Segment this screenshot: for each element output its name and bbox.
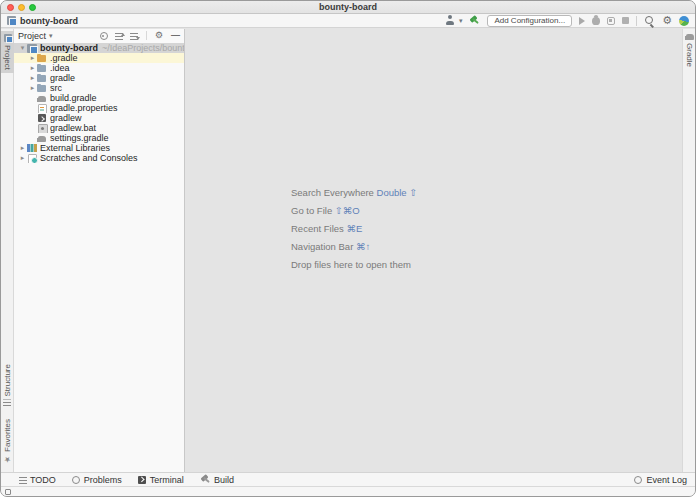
chevron-collapsed-icon[interactable]: ▸ [28,63,37,73]
locate-file-icon[interactable] [99,31,108,40]
tool-tab-todo-label: TODO [30,475,56,485]
shortcut-go-to-file: Go to File ⇧⌘O [291,202,417,220]
search-everywhere-icon[interactable] [644,15,655,26]
chevron-collapsed-icon[interactable]: ▸ [28,73,37,83]
tree-item-settings-gradle[interactable]: settings.gradle [14,133,184,143]
expand-all-icon[interactable] [115,33,123,40]
tool-tab-terminal[interactable]: Terminal [138,475,184,485]
profile-avatar-icon[interactable] [679,16,689,26]
tree-item-gradle-properties[interactable]: gradle.properties [14,103,184,113]
tree-item-label: gradlew.bat [50,123,96,133]
problems-icon [72,475,81,484]
left-tool-stripe: Project Structure ★ Favorites [1,29,14,472]
excluded-folder-icon [37,54,47,63]
hide-panel-icon[interactable]: — [171,31,180,40]
project-icon [27,44,37,53]
add-configuration-button[interactable]: Add Configuration... [487,15,572,27]
tree-item-label: gradlew [50,113,82,123]
shortcut-search-everywhere: Search Everywhere Double ⇧ [291,184,417,202]
tool-tab-gradle[interactable]: Gradle [683,31,696,70]
main-toolbar: bounty-board ▾ Add Configuration... ⚙ [1,14,695,28]
tool-tab-favorites-label: Favorites [3,419,12,452]
panel-settings-gear-icon[interactable]: ⚙ [155,31,163,40]
event-log-label: Event Log [646,475,687,485]
tree-item-external-libraries[interactable]: ▸ External Libraries [14,143,184,153]
tree-item-label: gradle [50,73,75,83]
header-separator [146,31,147,40]
window-title: bounty-board [1,1,695,14]
chevron-collapsed-icon[interactable]: ▸ [28,53,37,63]
shortcut-recent-files: Recent Files ⌘E [291,220,417,238]
tool-tab-gradle-label: Gradle [685,43,694,67]
chevron-down-icon[interactable]: ▾ [459,15,463,26]
chevron-collapsed-icon[interactable]: ▸ [18,143,27,153]
tool-tab-project[interactable]: Project [1,31,14,73]
tool-tab-problems-label: Problems [84,475,122,485]
bat-file-icon [37,124,47,133]
tool-tab-structure-label: Structure [3,364,12,396]
tree-item-scratches[interactable]: ▸ Scratches and Consoles [14,153,184,163]
tree-item-label: build.gradle [50,93,97,103]
tool-window-switcher-icon[interactable] [5,489,11,495]
project-tab-icon [4,34,12,42]
event-log-icon [634,476,642,484]
tree-item-label: gradle.properties [50,103,118,113]
gradle-tab-icon [686,34,694,40]
tree-item-label: bounty-board [40,43,98,53]
chevron-collapsed-icon[interactable]: ▸ [28,83,37,93]
chevron-expanded-icon[interactable]: ▾ [18,43,27,53]
tree-item-gradle-hidden-folder[interactable]: ▸ .gradle [14,53,184,63]
structure-tab-icon [4,399,12,406]
folder-icon [37,74,47,83]
tool-tab-structure[interactable]: Structure [1,361,14,409]
project-panel: Project ▾ ⚙ — ▾ bounty-board ~/IdeaProje… [14,29,185,472]
libraries-icon [27,144,37,153]
empty-state-shortcuts: Search Everywhere Double ⇧ Go to File ⇧⌘… [291,184,417,274]
tool-tab-project-label: Project [3,45,12,70]
tree-item-label: External Libraries [40,143,110,153]
project-panel-header: Project ▾ ⚙ — [14,29,184,42]
tree-item-label: .idea [50,63,70,73]
tree-item-build-gradle[interactable]: build.gradle [14,93,184,103]
tool-tab-todo[interactable]: TODO [19,475,56,485]
tool-tab-problems[interactable]: Problems [72,475,122,485]
titlebar: bounty-board [1,1,695,14]
chevron-down-icon[interactable]: ▾ [49,32,53,40]
tree-item-gradle-folder[interactable]: ▸ gradle [14,73,184,83]
tree-item-gradlew-bat[interactable]: gradlew.bat [14,123,184,133]
tool-tab-favorites[interactable]: ★ Favorites [1,416,14,466]
build-hammer-icon [200,474,211,485]
tool-tab-build[interactable]: Build [200,474,234,485]
debug-button[interactable] [592,17,600,25]
gradle-file-icon [37,94,47,103]
tool-tab-build-label: Build [214,475,234,485]
shell-script-icon [37,114,47,123]
toolbar-project-name: bounty-board [20,16,78,26]
stop-button[interactable] [622,17,629,24]
folder-icon [37,64,47,73]
terminal-icon [138,475,147,484]
ide-window: bounty-board bounty-board ▾ Add Configur… [0,0,696,497]
todo-list-icon [19,477,27,484]
run-with-coverage-button[interactable] [607,17,615,25]
drop-files-hint: Drop files here to open them [291,256,417,274]
collapse-all-icon[interactable] [130,33,138,40]
scratches-icon [27,154,37,163]
project-icon [7,16,16,25]
tree-item-path: ~/IdeaProjects/bounty-board [102,43,184,53]
properties-file-icon [37,104,47,113]
settings-gear-icon[interactable]: ⚙ [662,15,672,26]
tree-item-gradlew[interactable]: gradlew [14,113,184,123]
build-hammer-button[interactable] [469,15,480,26]
tree-item-root[interactable]: ▾ bounty-board ~/IdeaProjects/bounty-boa… [14,43,184,53]
folder-icon [37,84,47,93]
tree-item-src-folder[interactable]: ▸ src [14,83,184,93]
project-view-dropdown[interactable]: Project [18,31,46,41]
tree-item-label: settings.gradle [50,133,109,143]
event-log-button[interactable]: Event Log [634,475,687,485]
tree-item-idea-folder[interactable]: ▸ .idea [14,63,184,73]
run-button[interactable] [579,17,585,25]
user-dropdown-icon[interactable] [445,15,456,26]
chevron-collapsed-icon[interactable]: ▸ [18,153,27,163]
tree-item-label: .gradle [50,53,78,63]
